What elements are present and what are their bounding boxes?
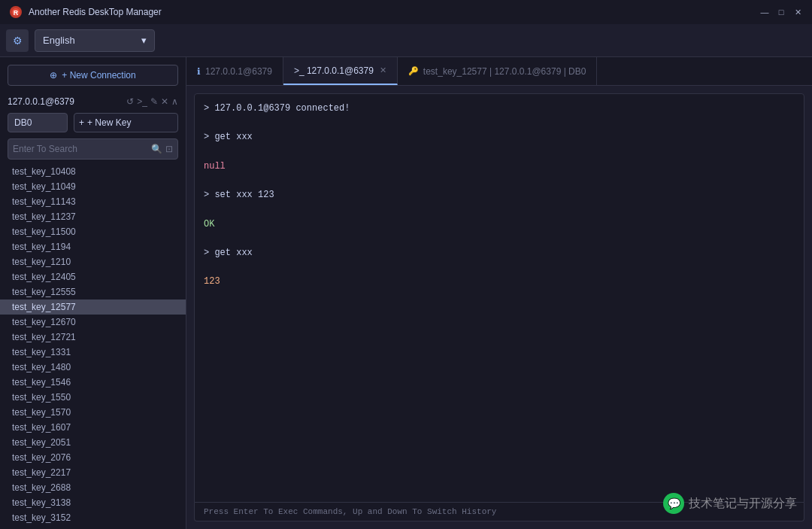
expand-icon[interactable]: ∧ [171,96,178,107]
key-item[interactable]: test_key_11237 [0,209,186,224]
key-item[interactable]: test_key_11500 [0,224,186,239]
key-item[interactable]: test_key_3152 [0,510,186,525]
key-item[interactable]: test_key_1194 [0,239,186,254]
terminal-line: null [204,160,795,174]
minimize-button[interactable]: — [759,7,770,17]
search-bar: 🔍 ⊡ [8,138,178,160]
key-item[interactable]: test_key_10408 [0,164,186,179]
titlebar: R Another Redis DeskTop Manager — □ ✕ [0,0,812,24]
plus-icon: + [79,117,84,128]
plus-icon: ⊕ [50,70,57,81]
search-icon: 🔍 [151,144,162,154]
terminal-line: > get xxx [204,246,795,260]
key-item[interactable]: test_key_11143 [0,194,186,209]
toolbar: ⚙ English ▾ [0,24,812,57]
terminal-tab-label: >_ 127.0.0.1@6379 [294,65,374,76]
terminal-line: > 127.0.0.1@6379 connected! [204,102,795,116]
window-controls: — □ ✕ [759,7,803,17]
edit-icon[interactable]: ✎ [150,96,158,107]
key-item[interactable]: test_key_2076 [0,450,186,465]
language-label: English [43,35,75,46]
key-item[interactable]: test_key_12721 [0,330,186,345]
key-icon: 🔑 [408,66,419,76]
terminal-icon[interactable]: >_ [137,96,147,107]
terminal-input-bar: Press Enter To Exec Commands, Up and Dow… [194,503,804,521]
settings-button[interactable]: ⚙ [6,29,29,52]
key-item[interactable]: test_key_2217 [0,465,186,480]
search-input[interactable] [13,141,148,157]
new-key-button[interactable]: + + New Key [74,113,178,132]
connection-item: 127.0.0.1@6379 ↺ >_ ✎ ✕ ∧ [0,93,186,110]
close-button[interactable]: ✕ [792,7,803,17]
refresh-icon[interactable]: ↺ [126,96,134,107]
key-item[interactable]: test_key_1607 [0,420,186,435]
main-panel: ℹ 127.0.0.1@6379 >_ 127.0.0.1@6379 ✕ 🔑 t… [186,57,812,529]
app-title: Another Redis DeskTop Manager [29,7,759,17]
key-item[interactable]: test_key_12670 [0,315,186,330]
app-container: ⚙ English ▾ ⊕ + New Connection 127.0.0.1… [0,24,812,529]
db-controls: DB0 DB1 DB2 DB3 + + New Key [0,110,186,135]
app-logo: R [9,5,23,19]
terminal-line: > set xxx 123 [204,188,795,202]
key-item[interactable]: test_key_12405 [0,269,186,284]
key-item[interactable]: test_key_1480 [0,360,186,375]
terminal-container: > 127.0.0.1@6379 connected!> get xxxnull… [186,86,812,529]
tab-info[interactable]: ℹ 127.0.0.1@6379 [186,57,283,85]
filter-icon: ⊡ [165,144,173,154]
delete-icon[interactable]: ✕ [161,96,168,107]
chevron-down-icon: ▾ [141,35,147,46]
tab-close-icon[interactable]: ✕ [380,65,386,75]
key-item[interactable]: test_key_1550 [0,390,186,405]
key-item[interactable]: test_key_3138 [0,495,186,510]
info-icon: ℹ [197,66,201,77]
sidebar: ⊕ + New Connection 127.0.0.1@6379 ↺ >_ ✎… [0,57,186,529]
key-item[interactable]: test_key_2051 [0,435,186,450]
key-item[interactable]: test_key_12555 [0,284,186,299]
svg-text:R: R [14,9,19,17]
key-list: test_key_10408test_key_11049test_key_111… [0,163,186,529]
sidebar-header: ⊕ + New Connection [0,57,186,93]
key-item[interactable]: test_key_1331 [0,345,186,360]
terminal-line: > get xxx [204,130,795,144]
content-area: ⊕ + New Connection 127.0.0.1@6379 ↺ >_ ✎… [0,57,812,529]
terminal-line: 123 [204,275,795,289]
tabs-bar: ℹ 127.0.0.1@6379 >_ 127.0.0.1@6379 ✕ 🔑 t… [186,57,812,86]
language-selector[interactable]: English ▾ [35,29,155,52]
key-item[interactable]: test_key_12577 [0,299,186,315]
settings-icon: ⚙ [13,35,23,47]
terminal-line: OK [204,217,795,232]
tab-key[interactable]: 🔑 test_key_12577 | 127.0.0.1@6379 | DB0 [398,57,598,85]
connection-icons: ↺ >_ ✎ ✕ ∧ [126,96,178,107]
connection-label: 127.0.0.1@6379 [8,96,122,107]
tab-terminal[interactable]: >_ 127.0.0.1@6379 ✕ [283,57,398,85]
key-item[interactable]: test_key_1210 [0,254,186,269]
new-connection-button[interactable]: ⊕ + New Connection [8,65,178,86]
key-item[interactable]: test_key_2688 [0,480,186,495]
key-item[interactable]: test_key_1546 [0,375,186,390]
key-item[interactable]: test_key_1570 [0,405,186,420]
terminal-output[interactable]: > 127.0.0.1@6379 connected!> get xxxnull… [194,93,804,503]
db-selector[interactable]: DB0 DB1 DB2 DB3 [8,113,68,132]
key-item[interactable]: test_key_11049 [0,179,186,194]
maximize-button[interactable]: □ [776,7,786,17]
